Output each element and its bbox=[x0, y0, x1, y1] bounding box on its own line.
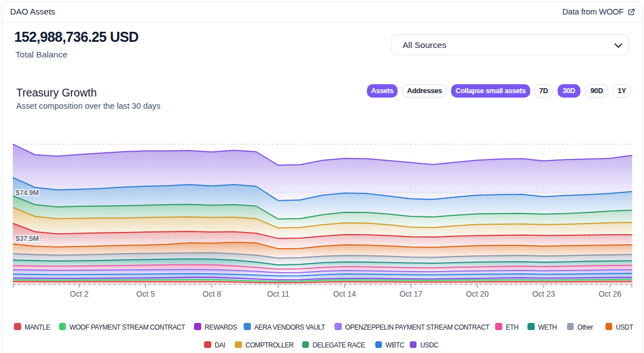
svg-text:Oct 8: Oct 8 bbox=[202, 289, 221, 298]
svg-text:Oct 17: Oct 17 bbox=[399, 289, 422, 298]
svg-text:$37.5M: $37.5M bbox=[16, 234, 39, 243]
svg-text:$74.9M: $74.9M bbox=[16, 188, 39, 197]
svg-text:Oct 23: Oct 23 bbox=[532, 289, 555, 298]
svg-text:Oct 2: Oct 2 bbox=[70, 289, 89, 298]
svg-text:Oct 20: Oct 20 bbox=[466, 289, 488, 298]
svg-text:Oct 14: Oct 14 bbox=[333, 289, 356, 298]
svg-text:Oct 11: Oct 11 bbox=[267, 289, 289, 298]
svg-text:Oct 26: Oct 26 bbox=[598, 289, 621, 298]
svg-text:Oct 5: Oct 5 bbox=[136, 289, 155, 298]
